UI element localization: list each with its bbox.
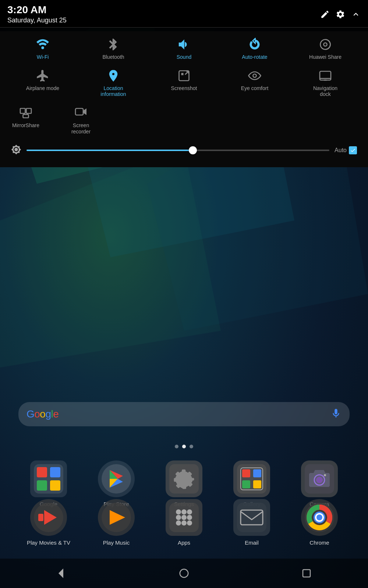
email-label: Email [245, 539, 259, 546]
svg-point-64 [180, 569, 188, 578]
status-icons [320, 10, 361, 19]
qs-airplane-label: Airplane mode [26, 85, 59, 92]
google-e: e [53, 408, 59, 420]
airplane-icon [35, 68, 50, 83]
mirrorshare-icon [18, 105, 33, 120]
qs-screen-recorder-label: Screen recorder [64, 122, 98, 135]
svg-point-48 [181, 509, 187, 514]
svg-rect-17 [75, 108, 83, 115]
qs-screenshot[interactable]: Screenshot [166, 66, 202, 100]
back-button[interactable] [52, 564, 71, 582]
qs-autorotate-label: Auto-rotate [242, 54, 267, 60]
svg-rect-12 [20, 108, 25, 114]
qs-huawei-share-label: Huawei Share [309, 54, 342, 60]
svg-rect-14 [23, 115, 29, 118]
svg-point-51 [181, 515, 187, 520]
qs-mirrorshare[interactable]: MirrorShare [7, 103, 44, 137]
nav-dock-icon [318, 68, 333, 83]
qs-airplane[interactable]: Airplane mode [24, 66, 61, 100]
qs-row-3: MirrorShare Screen recorder [7, 103, 361, 137]
google-search-bar[interactable]: Google [18, 402, 350, 426]
play-music-icon [98, 499, 135, 536]
svg-rect-22 [37, 480, 47, 491]
screen-recorder-icon [74, 105, 88, 120]
page-dots [0, 445, 368, 448]
google-o1: o [34, 408, 40, 420]
qs-huawei-share[interactable]: Huawei Share [307, 35, 344, 62]
bluetooth-icon [106, 37, 121, 52]
gallery-app-icon [233, 460, 270, 497]
panel-divider [0, 27, 368, 28]
status-time: 3:20 AM [7, 4, 67, 16]
auto-checkbox[interactable] [349, 146, 357, 154]
svg-rect-34 [253, 469, 261, 477]
svg-point-49 [187, 509, 192, 514]
svg-rect-35 [242, 480, 250, 488]
status-date: Saturday, August 25 [7, 17, 67, 24]
google-g2: g [45, 408, 51, 420]
svg-rect-33 [242, 469, 250, 477]
wifi-icon [35, 37, 50, 52]
edit-icon[interactable] [320, 10, 330, 19]
svg-rect-36 [253, 480, 261, 488]
qs-wifi[interactable]: Wi-Fi [24, 35, 61, 62]
svg-point-54 [181, 520, 187, 526]
svg-marker-63 [59, 570, 63, 577]
play-movies-icon [30, 499, 67, 536]
svg-point-47 [176, 509, 181, 514]
apps-icon [166, 499, 202, 536]
qs-screenshot-label: Screenshot [171, 85, 197, 92]
qs-location[interactable]: Location information [95, 66, 132, 100]
svg-rect-56 [237, 503, 266, 532]
status-bar: 3:20 AM Saturday, August 25 [0, 0, 368, 27]
camera-app-icon [301, 460, 338, 497]
google-mic-button[interactable] [330, 408, 342, 420]
app-row-2: Play Movies & TV Play Music [15, 499, 353, 546]
svg-rect-13 [26, 108, 32, 114]
page-dot-3[interactable] [190, 445, 193, 448]
page-dot-1[interactable] [175, 445, 178, 448]
qs-sound[interactable]: Sound [166, 35, 202, 62]
svg-point-52 [187, 515, 192, 520]
svg-point-55 [187, 520, 192, 526]
brightness-auto[interactable]: Auto [335, 146, 357, 154]
qs-nav-dock[interactable]: Navigation dock [307, 66, 344, 100]
qs-location-label: Location information [96, 85, 130, 98]
quick-settings-panel: Wi-Fi Bluetooth Sound [0, 31, 368, 167]
qs-bluetooth[interactable]: Bluetooth [95, 35, 132, 62]
app-chrome[interactable]: Chrome [294, 499, 345, 546]
play-music-label: Play Music [103, 539, 130, 546]
settings-icon[interactable] [336, 10, 345, 19]
collapse-icon[interactable] [351, 10, 361, 19]
recents-button[interactable] [297, 564, 316, 582]
apps-label: Apps [178, 539, 190, 546]
google-app-icon [30, 460, 67, 497]
screenshot-icon [177, 68, 191, 83]
qs-autorotate[interactable]: Auto-rotate [236, 35, 273, 62]
auto-label: Auto [335, 147, 347, 154]
svg-point-5 [324, 43, 327, 46]
qs-mirrorshare-label: MirrorShare [12, 122, 39, 129]
app-apps[interactable]: Apps [158, 499, 210, 546]
qs-row-1: Wi-Fi Bluetooth Sound [7, 35, 361, 62]
app-play-music[interactable]: Play Music [91, 499, 142, 546]
brightness-icon [11, 144, 21, 156]
qs-wifi-label: Wi-Fi [37, 54, 49, 60]
svg-point-39 [316, 477, 323, 483]
brightness-slider[interactable] [26, 150, 329, 151]
app-row-2-container: Play Movies & TV Play Music [0, 499, 368, 553]
svg-line-7 [185, 71, 188, 75]
home-button[interactable] [175, 564, 193, 582]
svg-point-62 [316, 514, 322, 520]
svg-point-8 [253, 74, 256, 77]
email-icon [233, 499, 270, 536]
qs-eye-comfort[interactable]: Eye comfort [236, 66, 273, 100]
svg-point-50 [176, 515, 181, 520]
location-icon [106, 68, 121, 83]
app-play-movies[interactable]: Play Movies & TV [23, 499, 74, 546]
qs-screen-recorder[interactable]: Screen recorder [63, 103, 99, 137]
page-dot-2[interactable] [182, 445, 186, 448]
app-email[interactable]: Email [226, 499, 277, 546]
google-g: G [26, 408, 34, 420]
svg-rect-43 [38, 514, 43, 521]
